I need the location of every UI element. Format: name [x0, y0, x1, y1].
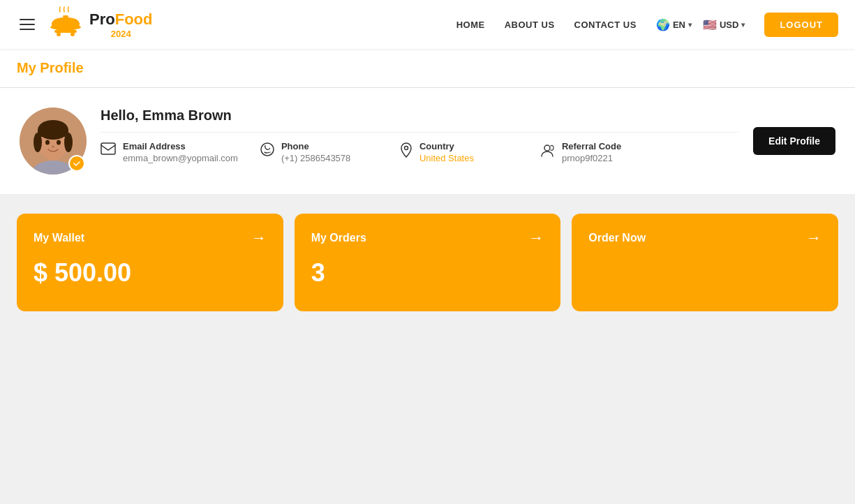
lang-code: EN: [673, 20, 685, 30]
order-now-card[interactable]: Order Now →: [572, 214, 838, 311]
country-field: Country United States: [400, 141, 540, 163]
usd-flag-icon: 🇺🇸: [703, 18, 717, 31]
globe-icon: 🌍: [656, 18, 670, 31]
hamburger-menu[interactable]: [17, 16, 38, 33]
phone-field: Phone (+1) 2586543578: [260, 141, 400, 163]
lang-usd-group: 🌍 EN ▾ 🇺🇸 USD ▾: [656, 18, 745, 31]
orders-card-arrow: →: [528, 229, 544, 247]
phone-text: Phone (+1) 2586543578: [281, 141, 350, 163]
phone-icon: [260, 142, 274, 159]
referral-label: Referral Code: [562, 141, 621, 151]
svg-point-16: [52, 146, 54, 148]
orders-card-title: My Orders: [311, 232, 366, 244]
email-icon: [101, 142, 116, 158]
svg-rect-5: [63, 15, 68, 17]
edit-profile-button[interactable]: Edit Profile: [753, 127, 835, 155]
orders-card[interactable]: My Orders → 3: [295, 214, 561, 311]
email-value: emma_brown@yopmail.com: [123, 153, 238, 163]
country-label: Country: [419, 141, 474, 151]
svg-rect-13: [38, 130, 68, 137]
nav-contact[interactable]: CONTACT US: [574, 20, 637, 30]
wallet-card-value: $ 500.00: [34, 258, 267, 288]
referral-icon: [540, 142, 555, 161]
my-profile-bar: My Profile: [0, 49, 855, 88]
location-icon: [400, 142, 412, 161]
currency-selector[interactable]: 🇺🇸 USD ▾: [703, 18, 745, 31]
avatar-badge: [68, 155, 85, 172]
wallet-card-arrow: →: [251, 229, 267, 247]
footer-space: [0, 331, 855, 429]
svg-point-3: [57, 32, 61, 36]
svg-point-14: [45, 140, 50, 145]
header: ProFood 2024 HOME ABOUT US CONTACT US 🌍 …: [0, 0, 855, 49]
logo-pro: Pro: [89, 10, 115, 28]
profile-info: Hello, Emma Brown Email Address emma_bro…: [101, 108, 739, 163]
nav-about[interactable]: ABOUT US: [505, 20, 555, 30]
wallet-card-title: My Wallet: [34, 232, 84, 244]
page-title: My Profile: [17, 60, 838, 76]
referral-field: Referral Code prnop9f0221: [540, 141, 679, 163]
email-field: Email Address emma_brown@yopmail.com: [101, 141, 260, 163]
order-now-card-title: Order Now: [588, 232, 646, 244]
svg-point-15: [57, 140, 61, 145]
logout-button[interactable]: LOGOUT: [764, 13, 838, 37]
svg-point-4: [70, 32, 75, 36]
language-selector[interactable]: 🌍 EN ▾: [656, 18, 692, 31]
orders-card-header: My Orders →: [311, 229, 544, 247]
checkmark-icon: [73, 159, 81, 168]
currency-chevron: ▾: [741, 21, 745, 29]
lang-chevron: ▾: [688, 21, 692, 29]
logo: ProFood 2024: [47, 6, 152, 43]
svg-point-20: [544, 145, 550, 151]
order-now-card-arrow: →: [806, 229, 821, 247]
cards-section: My Wallet → $ 500.00 My Orders → 3 Order…: [0, 194, 855, 331]
nav-home[interactable]: HOME: [456, 20, 485, 30]
referral-text: Referral Code prnop9f0221: [562, 141, 621, 163]
header-left: ProFood 2024: [17, 6, 152, 43]
logo-text: ProFood 2024: [89, 10, 152, 39]
order-now-card-header: Order Now →: [588, 229, 821, 247]
svg-point-19: [404, 147, 408, 150]
email-label: Email Address: [123, 141, 238, 151]
orders-card-value: 3: [311, 258, 544, 288]
phone-value: (+1) 2586543578: [281, 153, 350, 163]
profile-section: Hello, Emma Brown Email Address emma_bro…: [0, 88, 855, 194]
referral-value: prnop9f0221: [562, 153, 621, 163]
wallet-card-header: My Wallet →: [34, 229, 267, 247]
logo-food: Food: [115, 10, 153, 28]
profile-card: Hello, Emma Brown Email Address emma_bro…: [20, 108, 835, 175]
phone-label: Phone: [281, 141, 350, 151]
country-text: Country United States: [419, 141, 474, 163]
logo-icon: [47, 6, 84, 43]
wallet-card[interactable]: My Wallet → $ 500.00: [17, 214, 283, 311]
country-value: United States: [419, 153, 474, 163]
avatar-wrapper: [20, 108, 87, 175]
currency-code: USD: [720, 20, 738, 30]
svg-point-1: [50, 24, 81, 30]
main-nav: HOME ABOUT US CONTACT US 🌍 EN ▾ 🇺🇸 USD ▾…: [456, 13, 838, 37]
profile-fields: Email Address emma_brown@yopmail.com: [101, 141, 739, 163]
email-text: Email Address emma_brown@yopmail.com: [123, 141, 238, 163]
logo-year: 2024: [89, 29, 152, 39]
svg-rect-17: [101, 143, 115, 154]
profile-greeting: Hello, Emma Brown: [101, 108, 739, 133]
